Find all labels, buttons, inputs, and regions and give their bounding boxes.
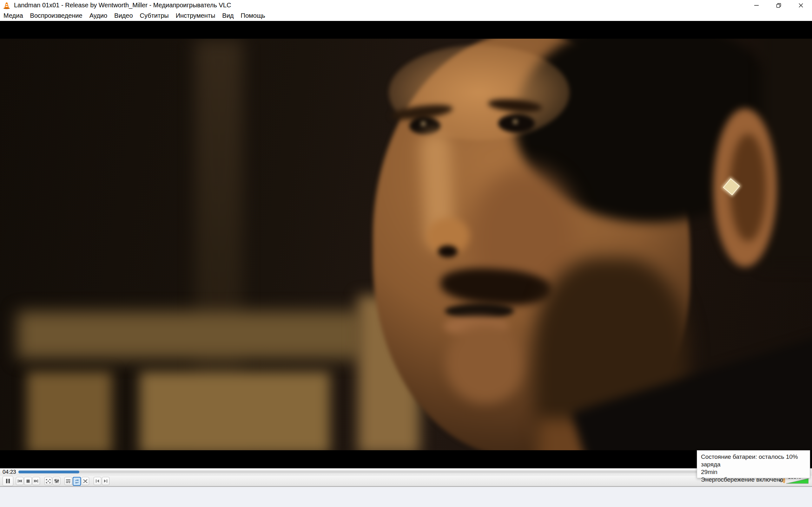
menu-view[interactable]: Вид bbox=[219, 10, 237, 21]
fullscreen-button[interactable] bbox=[44, 477, 52, 485]
pause-button[interactable] bbox=[3, 476, 13, 486]
menu-help[interactable]: Помощь bbox=[237, 10, 269, 21]
vlc-menubar: Медиа Воспроизведение Аудио Видео Субтит… bbox=[0, 10, 812, 21]
controls-row: 100% bbox=[0, 475, 812, 487]
screen: Landman 01x01 - Release by Wentworth_Mil… bbox=[0, 0, 812, 507]
stop-button[interactable] bbox=[24, 477, 32, 485]
menu-video[interactable]: Видео bbox=[111, 10, 136, 21]
next-button[interactable] bbox=[32, 477, 40, 485]
loop-button[interactable] bbox=[73, 477, 81, 486]
tooltip-line-1: Состояние батареи: осталось 10% заряда bbox=[701, 453, 806, 468]
vlc-cone-icon bbox=[3, 2, 10, 9]
movie-frame bbox=[0, 39, 812, 450]
menu-subtitles[interactable]: Субтитры bbox=[137, 10, 172, 21]
menu-audio[interactable]: Аудио bbox=[86, 10, 111, 21]
minimize-button[interactable] bbox=[745, 0, 768, 10]
elapsed-time: 04:23 bbox=[3, 469, 18, 475]
close-button[interactable] bbox=[790, 0, 812, 10]
menu-media[interactable]: Медиа bbox=[0, 10, 27, 21]
seek-row: 04:23 bbox=[0, 468, 812, 475]
extended-settings-button[interactable] bbox=[53, 477, 60, 485]
random-button[interactable] bbox=[82, 477, 89, 485]
menu-tools[interactable]: Инструменты bbox=[172, 10, 219, 21]
window-title: Landman 01x01 - Release by Wentworth_Mil… bbox=[14, 2, 231, 9]
restore-button[interactable] bbox=[768, 0, 790, 10]
tooltip-line-2: 29min bbox=[701, 468, 806, 476]
playlist-button[interactable] bbox=[64, 477, 72, 485]
step-forward-button[interactable] bbox=[102, 477, 109, 485]
step-backward-button[interactable] bbox=[94, 477, 101, 485]
battery-tooltip: Состояние батареи: осталось 10% заряда 2… bbox=[697, 450, 810, 478]
seek-bar[interactable] bbox=[18, 470, 809, 473]
video-display[interactable] bbox=[0, 21, 812, 468]
taskbar bbox=[0, 487, 812, 507]
vlc-titlebar: Landman 01x01 - Release by Wentworth_Mil… bbox=[0, 0, 812, 10]
tooltip-line-3: Энергосбережение включено bbox=[701, 476, 806, 484]
seek-fill bbox=[18, 470, 79, 473]
menu-playback[interactable]: Воспроизведение bbox=[27, 10, 86, 21]
previous-button[interactable] bbox=[16, 477, 23, 485]
